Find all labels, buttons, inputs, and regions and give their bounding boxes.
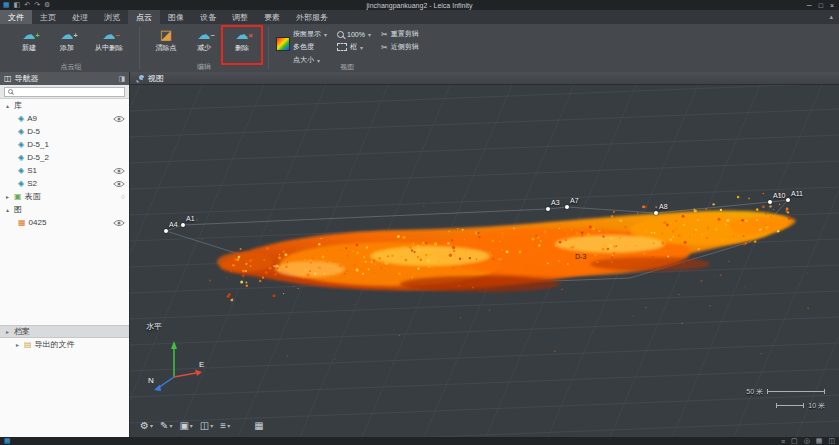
ribbon-collapse-icon[interactable]: ▴ [829,13,833,21]
zoom-dropdown[interactable]: 100% ▾ [337,28,371,40]
zoom-value: 100% [347,31,365,38]
box-dropdown[interactable]: 框 ▾ [337,41,371,53]
cloud-delete-icon: ☁× [236,28,249,42]
chevron-down-icon: ▾ [210,422,213,429]
tab-device[interactable]: 设备 [192,10,224,24]
group-label-edit: 编辑 [141,62,267,72]
button-label: 删除 [235,43,249,53]
tree-item[interactable]: ◈ D-5 [0,125,129,138]
projection-button[interactable]: ▣▾ [179,420,192,431]
annotate-button[interactable]: ✎▾ [160,420,172,431]
navigator-panel: ◫ 导航器 ◨ ▴ 库 ◈ A9 [0,72,130,437]
tab-services[interactable]: 外部服务 [288,10,336,24]
ribbon-group-view: 按面显示 ▾ 多色度 点大小 ▾ 100% ▾ [270,24,425,72]
expand-icon[interactable]: ▸ [4,193,11,200]
layers-status-icon[interactable]: ≡ [781,438,785,445]
scale-ruler-near [776,405,804,406]
visibility-circle-icon[interactable]: ○ [121,193,125,200]
tree-item-exported-files[interactable]: ▸ ▤ 导出的文件 [0,338,129,351]
tab-image[interactable]: 图像 [160,10,192,24]
east-axis-label: E [199,360,204,369]
tree-item[interactable]: ◈ A9 [0,112,129,125]
tree-group-archive[interactable]: ▸ 档案 [0,325,129,338]
marker-dot-icon [768,200,772,204]
viewport-canvas[interactable]: A4 A1 A3 A7 A8 A10 A11 D-3 水平 [130,85,839,437]
navigator-search-input[interactable] [16,88,121,96]
visibility-eye-icon[interactable] [113,115,125,123]
scale-far-label: 50 米 [746,388,763,395]
grid-status-icon[interactable]: ▦ [816,437,823,445]
navigator-tree: ▴ 库 ◈ A9 ◈ D-5 ◈ D-5_1 ◈ D- [0,99,129,437]
tree-item[interactable]: ◈ S2 [0,177,129,190]
marker-label: A8 [659,203,668,210]
viewport-header: 视图 [130,72,839,85]
marker-dot-icon [546,207,550,211]
minimize-button[interactable]: ─ [807,2,812,9]
tree-label: 导出的文件 [35,339,75,350]
view-mode-button[interactable]: ≡▾ [220,420,230,431]
cube-wire-icon: ◫ [200,420,209,431]
marker-label: A7 [570,197,579,204]
multicolor-option[interactable]: 多色度 [293,41,327,53]
windows-status-icon[interactable]: ◫ [828,437,835,445]
viewport-settings-button[interactable]: ⚙▾ [140,420,153,431]
remove-from-pointcloud-button[interactable]: ☁− 从中删除 [86,26,132,53]
tree-item[interactable]: ▦ 0425 [0,216,129,229]
monitor-icon[interactable]: ▢ [791,437,798,445]
cloud-remove-icon: ☁− [103,28,116,42]
tab-features[interactable]: 要素 [256,10,288,24]
button-label: 新建 [22,43,36,53]
tab-browse[interactable]: 浏览 [96,10,128,24]
reduce-points-button[interactable]: ☁− 减少 [185,26,223,53]
scale-near-label: 10 米 [808,402,825,409]
delete-button[interactable]: ☁× 删除 [223,26,261,53]
ribbon-separator [268,27,269,69]
pin-icon[interactable]: ◨ [118,75,125,83]
tree-item[interactable]: ◈ D-5_2 [0,151,129,164]
tab-processing[interactable]: 处理 [64,10,96,24]
visibility-eye-icon[interactable] [113,219,125,227]
pencil-icon: ✎ [160,420,168,431]
near-clip-button[interactable]: ✂ 近侧剪辑 [381,41,419,53]
new-pointcloud-button[interactable]: ☁+ 新建 [10,26,48,53]
tab-file[interactable]: 文件 [0,10,32,24]
button-label: 清除点 [156,43,177,53]
ribbon-body: ☁+ 新建 ☁+ 添加 ☁− 从中删除 点云组 ◪ 清除点 ☁− 减少 [0,24,839,72]
tree-group-images[interactable]: ▴ 图 [0,203,129,216]
button-label: 减少 [197,43,211,53]
reset-clip-button[interactable]: ✂ 重置剪辑 [381,28,419,40]
cube-icon: ▣ [179,420,188,431]
expand-icon[interactable]: ▸ [14,341,21,348]
tree-item[interactable]: ◈ D-5_1 [0,138,129,151]
surface-display-dropdown[interactable]: 按面显示 ▾ [293,28,327,40]
surface-icon: ▣ [14,192,22,201]
shading-button[interactable]: ◫▾ [200,420,213,431]
snap-target-icon[interactable]: ◎ [804,437,810,445]
clear-points-button[interactable]: ◪ 清除点 [147,26,185,53]
tree-item[interactable]: ◈ S1 [0,164,129,177]
scan-station-icon: ◈ [18,114,24,123]
chevron-down-icon: ▾ [227,422,230,429]
visibility-eye-icon[interactable] [113,167,125,175]
viewport: 视图 [130,72,839,437]
tree-group-surfaces[interactable]: ▸ ▣ 表面 ○ [0,190,129,203]
cloud-add-icon: ☁+ [61,28,74,42]
window-title: jinchangpankuang2 - Leica Infinity [0,2,839,9]
tab-adjust[interactable]: 调整 [224,10,256,24]
tree-group-library[interactable]: ▴ 库 [0,99,129,112]
tree-label: 库 [14,100,22,111]
marker-dot-icon [654,211,658,215]
expand-icon[interactable]: ▸ [4,328,11,335]
scissors-icon: ✂ [381,30,388,39]
collapse-icon[interactable]: ▴ [4,206,11,213]
collapse-icon[interactable]: ▴ [4,102,11,109]
add-to-pointcloud-button[interactable]: ☁+ 添加 [48,26,86,53]
visibility-eye-icon[interactable] [113,180,125,188]
maximize-button[interactable]: □ [819,2,823,9]
close-button[interactable]: × [830,2,834,9]
grid-toggle-button[interactable]: ▦ [254,420,263,431]
viewport-toolbar: ⚙▾ ✎▾ ▣▾ ◫▾ ≡▾ ▦ [140,420,264,431]
tab-pointcloud[interactable]: 点云 [128,10,160,24]
tab-home[interactable]: 主页 [32,10,64,24]
eraser-icon: ◪ [160,28,172,42]
